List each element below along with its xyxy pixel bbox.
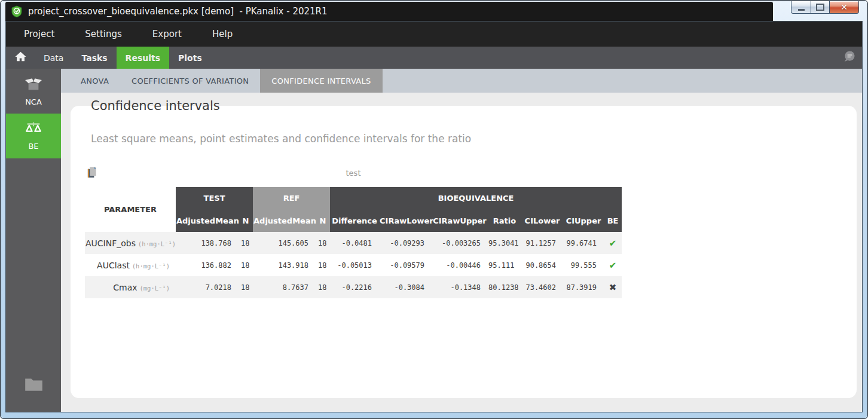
window-title: project_crossover_bioequivalence.pkx [de… — [28, 6, 328, 17]
results-panel: Confidence intervals Least square means,… — [71, 106, 857, 398]
cell-parameter: AUClast (h·mg·L⁻¹) — [85, 254, 176, 276]
cell-ci-lower: 91.1257 — [521, 232, 563, 254]
menu-settings[interactable]: Settings — [80, 26, 127, 42]
cell-ref-adjusted-mean: 143.918 — [253, 254, 316, 276]
cell-difference: -0.0481 — [330, 232, 379, 254]
open-project-button[interactable] — [6, 377, 61, 412]
group-header-ref: REF — [253, 187, 330, 209]
table-row: AUCINF_obs (h·mg·L⁻¹) 138.768 18 145.605… — [85, 232, 622, 254]
cell-test-n: 18 — [239, 276, 253, 298]
body-row: NCA BE — [6, 69, 862, 412]
column-header-be: BE — [604, 209, 622, 232]
cell-test-adjusted-mean: 136.882 — [176, 254, 239, 276]
sidebar-item-be[interactable]: BE — [6, 114, 61, 158]
menu-project[interactable]: Project — [19, 26, 59, 42]
tab-results[interactable]: Results — [117, 47, 169, 69]
folder-icon — [25, 377, 43, 394]
app-icon — [11, 5, 23, 17]
cell-test-n: 18 — [239, 232, 253, 254]
cell-difference: -0.05013 — [330, 254, 379, 276]
maximize-button[interactable] — [811, 1, 830, 14]
window-controls: ✕ — [791, 1, 859, 14]
home-icon — [14, 51, 27, 65]
table-group-header-row: PARAMETER TEST REF BIOEQUIVALENCE — [85, 187, 622, 209]
column-header-ref-n: N — [316, 209, 330, 232]
cell-ci-raw-upper: -0.1348 — [432, 276, 488, 298]
page-title: Confidence intervals — [91, 97, 857, 114]
be-status-icon: ✔ — [604, 254, 622, 276]
sidebar: NCA BE — [6, 69, 61, 412]
sidebar-item-label: BE — [28, 142, 38, 151]
minimize-icon — [798, 9, 805, 11]
menubar: Project Settings Export Help — [6, 22, 862, 47]
tab-plots[interactable]: Plots — [169, 47, 211, 69]
confidence-intervals-table: PARAMETER TEST REF BIOEQUIVALENCE Adjust… — [85, 187, 622, 298]
menu-help[interactable]: Help — [207, 26, 237, 42]
column-header-test-adjusted-mean: AdjustedMean — [176, 209, 239, 232]
cell-ci-raw-lower: -0.09293 — [379, 232, 432, 254]
table-body: AUCINF_obs (h·mg·L⁻¹) 138.768 18 145.605… — [85, 232, 622, 298]
be-status-icon: ✔ — [604, 232, 622, 254]
cell-ref-n: 18 — [316, 232, 330, 254]
column-header-ci-raw-upper: CIRawUpper — [432, 209, 488, 232]
subtab-confidence-intervals[interactable]: CONFIDENCE INTERVALS — [260, 69, 382, 93]
minimize-button[interactable] — [791, 1, 811, 14]
results-subtabs: ANOVA COEFFICIENTS OF VARIATION CONFIDEN… — [61, 69, 862, 93]
cell-parameter: Cmax (mg·L⁻¹) — [85, 276, 176, 298]
column-header-test-n: N — [239, 209, 253, 232]
cell-ci-raw-upper: -0.00446 — [432, 254, 488, 276]
page-subtitle: Least square means, point estimates and … — [91, 133, 857, 145]
tab-tasks[interactable]: Tasks — [72, 47, 116, 69]
subtab-coefficients-of-variation[interactable]: COEFFICIENTS OF VARIATION — [120, 69, 260, 93]
cell-ratio: 95.3041 — [488, 232, 521, 254]
cell-ci-upper: 99.6741 — [563, 232, 604, 254]
cell-ci-lower: 73.4602 — [521, 276, 563, 298]
titlebar: project_crossover_bioequivalence.pkx [de… — [5, 2, 773, 21]
cell-parameter: AUCINF_obs (h·mg·L⁻¹) — [85, 232, 176, 254]
cell-ci-upper: 87.3919 — [563, 276, 604, 298]
cell-ratio: 95.111 — [488, 254, 521, 276]
close-button[interactable]: ✕ — [830, 1, 859, 14]
tab-data[interactable]: Data — [35, 47, 72, 69]
cell-ci-lower: 90.8654 — [521, 254, 563, 276]
sidebar-item-label: NCA — [25, 97, 42, 106]
be-status-icon: ✖ — [604, 276, 622, 298]
menu-export[interactable]: Export — [148, 26, 187, 42]
table-row: AUClast (h·mg·L⁻¹) 136.882 18 143.918 18… — [85, 254, 622, 276]
sidebar-spacer — [6, 158, 61, 377]
table-row: Cmax (mg·L⁻¹) 7.0218 18 8.7637 18 -0.221… — [85, 276, 622, 298]
table-tools: test — [85, 166, 622, 179]
column-header-ci-raw-lower: CIRawLower — [379, 209, 432, 232]
cell-ratio: 80.1238 — [488, 276, 521, 298]
cell-difference: -0.2216 — [330, 276, 379, 298]
nca-box-icon — [24, 77, 43, 94]
subtab-anova[interactable]: ANOVA — [69, 69, 120, 93]
cell-ref-n: 18 — [316, 254, 330, 276]
cell-ci-raw-lower: -0.3084 — [379, 276, 432, 298]
home-button[interactable] — [6, 47, 35, 69]
group-header-bioequivalence: BIOEQUIVALENCE — [330, 187, 622, 209]
column-header-ref-adjusted-mean: AdjustedMean — [253, 209, 316, 232]
group-header-test: TEST — [176, 187, 253, 209]
cell-test-n: 18 — [239, 254, 253, 276]
chat-icon — [842, 50, 856, 65]
column-header-parameter: PARAMETER — [85, 187, 176, 232]
cell-test-adjusted-mean: 7.0218 — [176, 276, 239, 298]
window-frame: project_crossover_bioequivalence.pkx [de… — [0, 0, 868, 419]
cell-ref-n: 18 — [316, 276, 330, 298]
close-icon: ✕ — [841, 2, 848, 12]
maximize-icon — [816, 4, 824, 11]
column-header-ci-upper: CIUpper — [563, 209, 604, 232]
tabbar-spacer — [211, 47, 836, 69]
chat-button[interactable] — [836, 47, 862, 69]
app-body: Project Settings Export Help Data Tasks … — [5, 21, 863, 412]
copy-table-icon[interactable] — [87, 166, 98, 181]
be-scales-icon — [24, 121, 43, 138]
cell-ci-upper: 99.555 — [563, 254, 604, 276]
cell-ci-raw-lower: -0.09579 — [379, 254, 432, 276]
main-tabbar: Data Tasks Results Plots — [6, 47, 862, 69]
cell-ref-adjusted-mean: 145.605 — [253, 232, 316, 254]
cell-ci-raw-upper: -0.003265 — [432, 232, 488, 254]
column-header-difference: Difference — [330, 209, 379, 232]
sidebar-item-nca[interactable]: NCA — [6, 69, 61, 114]
